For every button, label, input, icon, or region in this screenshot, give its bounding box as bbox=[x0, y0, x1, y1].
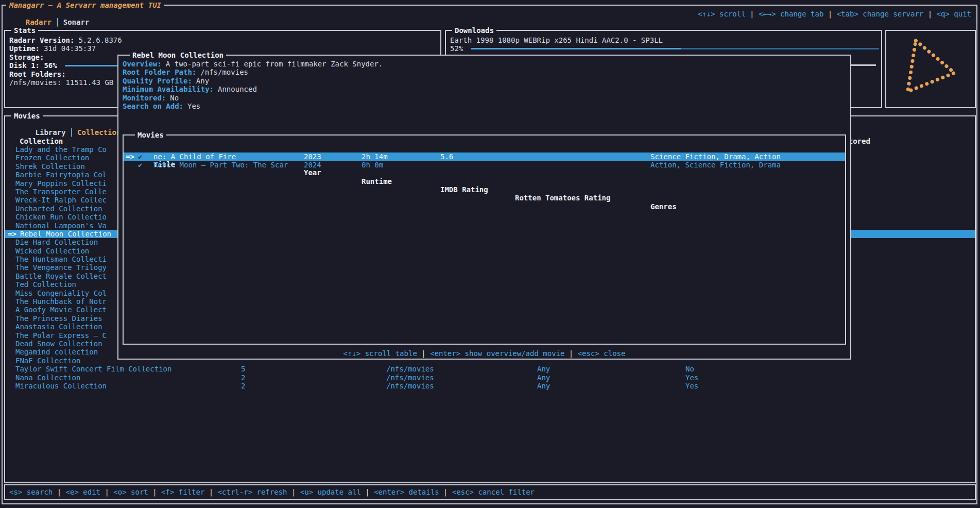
quality-profile-field: Quality Profile:Any bbox=[123, 77, 383, 85]
table-keybinds-help: <s> search | <e> edit | <o> sort | <f> f… bbox=[9, 488, 535, 496]
year-header: Year bbox=[304, 168, 321, 177]
servarr-tabbar: Radarr│Sonarr bbox=[8, 10, 89, 19]
help-separator: | bbox=[923, 10, 936, 18]
collection-name: Uncharted Collection bbox=[15, 205, 102, 213]
collection-name: The Vengeance Trilogy bbox=[15, 263, 107, 272]
movies-table-rows: =>✔ne: A Child of Fire20232h 14m5.6Scien… bbox=[124, 153, 845, 170]
monitored-check-icon: ✔ bbox=[138, 161, 142, 169]
collection-name: The Princess Diaries bbox=[15, 314, 102, 323]
tab-separator: │ bbox=[51, 18, 63, 26]
runtime-header: Runtime bbox=[362, 177, 392, 185]
help-segment: <enter> show overview/add movie bbox=[430, 349, 564, 358]
help-segment: <enter> details bbox=[374, 488, 439, 496]
collection-details-modal: Rebel Moon Collection Overview:A two-par… bbox=[117, 55, 851, 360]
help-segment: <tab> change servarr bbox=[837, 10, 924, 18]
downloads-content: Earth 1998 1080p WEBRip x265 Hindi AAC2.… bbox=[450, 36, 877, 53]
managarr-screen: Managarr – A Servarr management TUI Rada… bbox=[0, 0, 980, 508]
tab-library[interactable]: Library bbox=[36, 128, 66, 137]
collection-name: Megamind collection bbox=[15, 348, 98, 356]
collection-search-on-add: Yes bbox=[685, 374, 698, 382]
logo-panel bbox=[885, 30, 976, 108]
help-segment: <s> search bbox=[9, 488, 53, 496]
imdb-rating-header: IMDB Rating bbox=[440, 185, 488, 194]
help-separator: | bbox=[287, 488, 300, 496]
help-separator: | bbox=[53, 488, 65, 496]
collection-movie-count: 5 bbox=[241, 365, 245, 373]
modal-title: Rebel Moon Collection bbox=[130, 51, 226, 59]
radarr-version-value: 5.2.6.8376 bbox=[74, 36, 122, 44]
help-segment: <↑↓> scroll table bbox=[343, 349, 417, 358]
monitored-field: Monitored:No bbox=[123, 94, 383, 102]
collection-name: Ted Collection bbox=[15, 280, 76, 289]
movies-panel-title: Movies bbox=[11, 112, 43, 120]
help-separator: | bbox=[746, 10, 759, 18]
collection-movie-count: 2 bbox=[241, 382, 245, 390]
collection-name: Chicken Run Collectio bbox=[15, 213, 107, 221]
minimum-availability-label: Minimum Availability: bbox=[123, 85, 214, 93]
help-separator: | bbox=[361, 488, 374, 496]
help-separator: | bbox=[100, 488, 113, 496]
bottom-help-bar: <s> search | <e> edit | <o> sort | <f> f… bbox=[4, 484, 976, 500]
collection-quality-profile: Any bbox=[537, 365, 550, 373]
movie-row[interactable]: =>✔ne: A Child of Fire20232h 14m5.6Scien… bbox=[124, 153, 845, 161]
collection-name: Frozen Collection bbox=[15, 154, 89, 162]
stats-panel-title: Stats bbox=[11, 26, 38, 35]
collection-name: Wicked Collection bbox=[15, 247, 89, 255]
help-separator: | bbox=[417, 349, 430, 358]
help-segment: <f> filter bbox=[161, 488, 204, 496]
movie-title: ne: A Child of Fire bbox=[153, 153, 236, 161]
storage-label: Storage: bbox=[9, 53, 44, 61]
collection-name: Wreck-It Ralph Collec bbox=[15, 196, 107, 204]
help-segment: <e> edit bbox=[66, 488, 100, 496]
overview-value: A two-part sci-fi epic from filmmaker Za… bbox=[162, 60, 383, 68]
selection-marker: => bbox=[8, 230, 16, 238]
collection-name: The Transporter Colle bbox=[15, 188, 107, 196]
help-separator: | bbox=[439, 488, 452, 496]
quality-profile-value: Any bbox=[192, 77, 209, 85]
quality-profile-label: Quality Profile: bbox=[123, 77, 192, 85]
monitored-value: No bbox=[166, 94, 179, 102]
collection-row[interactable]: Nana Collection2/nfs/moviesAnyYes bbox=[5, 374, 975, 382]
rotten-tomatoes-header: Rotten Tomatoes Rating bbox=[515, 194, 610, 202]
movie-runtime: 2h 14m bbox=[362, 153, 388, 161]
collection-quality-profile: Any bbox=[537, 382, 550, 390]
minimum-availability-value: Announced bbox=[214, 85, 257, 93]
collection-name: Battle Royale Collect bbox=[15, 272, 107, 280]
tab-radarr[interactable]: Radarr bbox=[26, 18, 52, 26]
collection-search-on-add: Yes bbox=[685, 382, 698, 390]
monitored-check-icon: ✔ bbox=[138, 153, 142, 161]
collection-movie-count: 2 bbox=[241, 374, 245, 382]
collection-name: Miss Congeniality Col bbox=[15, 289, 107, 297]
help-segment: <←→> change tab bbox=[759, 10, 823, 18]
tab-sonarr[interactable]: Sonarr bbox=[63, 18, 90, 26]
collection-name: The Hunchback of Notr bbox=[15, 297, 107, 306]
collection-name: A Goofy Movie Collect bbox=[15, 306, 107, 314]
collection-name: The Polar Express – C bbox=[15, 331, 107, 340]
movie-title: Rebel Moon – Part Two: The Scar bbox=[153, 161, 288, 169]
help-segment: <esc> cancel filter bbox=[452, 488, 535, 496]
collection-name: Mary Poppins Collecti bbox=[15, 179, 107, 188]
genres-header: Genres bbox=[650, 202, 677, 211]
download-name: Earth 1998 1080p WEBRip x265 Hindi AAC2.… bbox=[450, 36, 663, 44]
uptime-label: Uptime: bbox=[9, 44, 40, 53]
collection-name: FNaF Collection bbox=[15, 357, 80, 365]
collection-name: Shrek Collection bbox=[15, 162, 85, 171]
collection-row[interactable]: Miraculous Collection2/nfs/moviesAnyYes bbox=[5, 382, 975, 390]
collection-row[interactable]: Taylor Swift Concert Film Collection5/nf… bbox=[5, 365, 975, 373]
collection-name: Die Hard Collection bbox=[15, 238, 98, 246]
movie-year: 2023 bbox=[304, 153, 321, 161]
collection-root-folder: /nfs/movies bbox=[386, 374, 434, 382]
collection-name: Dead Snow Collection bbox=[15, 340, 102, 348]
search-on-add-label: Search on Add: bbox=[123, 102, 183, 110]
help-separator: | bbox=[823, 10, 836, 18]
radarr-version-label: Radarr Version: bbox=[9, 36, 74, 44]
help-segment: <o> sort bbox=[113, 488, 148, 496]
collection-name: The Huntsman Collecti bbox=[15, 255, 107, 263]
root-folder-path-label: Root Folder Path: bbox=[123, 68, 196, 76]
modal-movies-table-title: Movies bbox=[135, 131, 166, 139]
collection-name: Taylor Swift Concert Film Collection bbox=[15, 365, 171, 373]
movie-row[interactable]: ✔Rebel Moon – Part Two: The Scar20240h 0… bbox=[124, 161, 845, 169]
movie-genres: Action, Science Fiction, Drama bbox=[650, 161, 781, 169]
collection-name: Lady and the Tramp Co bbox=[15, 145, 107, 154]
search-on-add-field: Search on Add:Yes bbox=[123, 102, 383, 110]
